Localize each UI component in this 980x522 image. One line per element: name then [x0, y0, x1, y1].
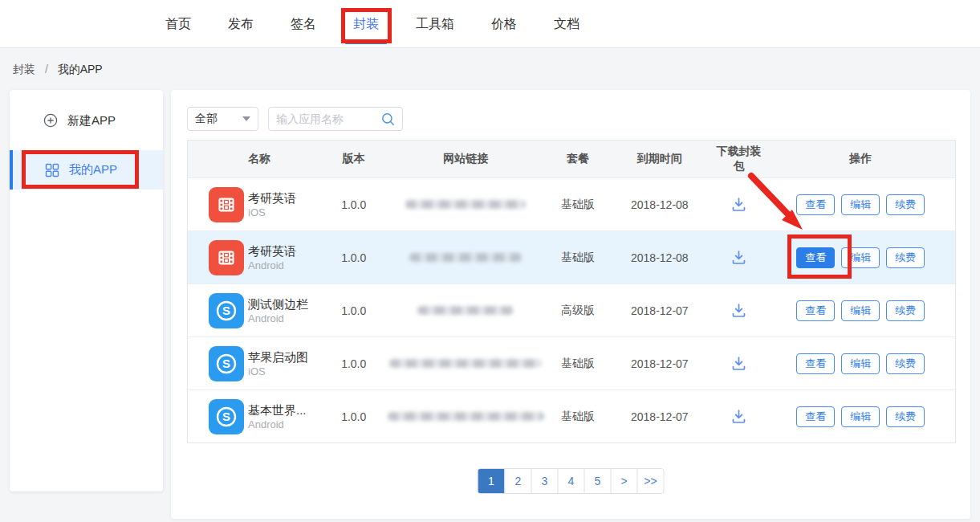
app-icon: [209, 187, 244, 222]
table-row[interactable]: S 测试侧边栏 Android 1.0.0 高级版 2018-12-07 查看 …: [188, 283, 955, 336]
app-icon: S: [209, 293, 244, 328]
nav-item-docs[interactable]: 文档: [554, 16, 579, 33]
breadcrumb-current: 我的APP: [58, 63, 103, 75]
download-package-button[interactable]: [729, 300, 749, 320]
app-name: 考研英语: [248, 190, 296, 206]
nav-item-toolbox[interactable]: 工具箱: [416, 16, 454, 33]
view-button[interactable]: 查看: [796, 353, 835, 374]
header-plan: 套餐: [548, 152, 608, 166]
renew-button[interactable]: 续费: [886, 406, 925, 427]
page-button-2[interactable]: 2: [505, 469, 531, 493]
edit-button[interactable]: 编辑: [841, 194, 880, 215]
table-row[interactable]: 考研英语 iOS 1.0.0 基础版 2018-12-08 查看 编辑 续费: [188, 177, 955, 230]
nav-item-sign[interactable]: 签名: [291, 16, 316, 33]
app-platform: iOS: [248, 206, 266, 219]
top-navbar: 首页 发布 签名 封装 工具箱 价格 文档: [0, 0, 980, 48]
page-button-1[interactable]: 1: [478, 469, 505, 493]
svg-text:S: S: [222, 357, 230, 370]
chevron-down-icon: [242, 116, 250, 121]
nav-item-publish[interactable]: 发布: [228, 16, 254, 33]
download-package-button[interactable]: [729, 406, 749, 426]
app-expiry-date: 2018-12-08: [608, 198, 712, 211]
header-name: 名称: [244, 152, 324, 166]
sidebar-new-app-label: 新建APP: [67, 113, 116, 128]
sidebar: 新建APP 我的APP: [10, 90, 163, 491]
page-button-5[interactable]: 5: [584, 469, 611, 493]
edit-button[interactable]: 编辑: [841, 300, 880, 321]
download-tray-icon: [730, 249, 747, 266]
renew-button[interactable]: 续费: [886, 247, 925, 268]
edit-button[interactable]: 编辑: [841, 247, 880, 268]
website-link-blurred: [417, 306, 514, 315]
view-button[interactable]: 查看: [796, 247, 835, 268]
app-platform: iOS: [248, 365, 266, 378]
website-link-blurred: [388, 412, 544, 421]
view-button[interactable]: 查看: [796, 300, 835, 321]
website-link-blurred: [409, 253, 522, 262]
edit-button[interactable]: 编辑: [841, 406, 880, 427]
sidebar-item-my-app[interactable]: 我的APP: [10, 150, 163, 190]
view-button[interactable]: 查看: [796, 194, 835, 215]
view-button[interactable]: 查看: [796, 406, 835, 427]
nav-item-home[interactable]: 首页: [165, 16, 191, 33]
plus-circle-icon: [43, 113, 58, 128]
download-tray-icon: [730, 408, 747, 425]
download-package-button[interactable]: [729, 247, 749, 267]
svg-text:S: S: [222, 410, 230, 423]
renew-button[interactable]: 续费: [886, 300, 925, 321]
edit-button[interactable]: 编辑: [841, 353, 880, 374]
header-download: 下载封装包: [712, 145, 767, 173]
pagination: 1 2 3 4 5 > >>: [478, 468, 665, 494]
website-link-blurred: [405, 200, 526, 209]
table-row[interactable]: S 基本世界... Android 1.0.0 基础版 2018-12-07 查…: [188, 389, 955, 442]
app-version: 1.0.0: [324, 198, 384, 211]
category-select[interactable]: 全部: [187, 107, 258, 131]
sidebar-item-new-app[interactable]: 新建APP: [10, 104, 163, 137]
app-platform: Android: [248, 312, 284, 325]
app-plan: 基础版: [548, 251, 608, 265]
app-plan: 高级版: [548, 304, 608, 318]
app-version: 1.0.0: [324, 410, 384, 423]
app-expiry-date: 2018-12-07: [608, 410, 712, 423]
download-tray-icon: [730, 196, 747, 213]
app-platform: Android: [248, 259, 284, 272]
renew-button[interactable]: 续费: [886, 194, 925, 215]
header-version: 版本: [324, 152, 384, 166]
breadcrumb-parent[interactable]: 封装: [13, 63, 35, 75]
sidebar-my-app-label: 我的APP: [69, 162, 117, 177]
app-icon: [209, 240, 244, 275]
search-input[interactable]: [276, 112, 381, 125]
search-icon[interactable]: [381, 112, 395, 126]
app-version: 1.0.0: [324, 304, 384, 317]
page-button-3[interactable]: 3: [531, 469, 558, 493]
page-last-button[interactable]: >>: [637, 469, 664, 493]
app-name: 测试侧边栏: [248, 296, 308, 312]
app-name: 考研英语: [248, 243, 296, 259]
svg-text:S: S: [222, 304, 230, 317]
app-plan: 基础版: [548, 198, 608, 212]
breadcrumb: 封装 / 我的APP: [13, 63, 103, 77]
table-row[interactable]: S 苹果启动图 iOS 1.0.0 基础版 2018-12-07 查看 编辑 续…: [188, 336, 955, 389]
nav-item-package-label: 封装: [353, 17, 379, 31]
page-next-button[interactable]: >: [611, 469, 637, 493]
download-package-button[interactable]: [729, 353, 749, 373]
active-tab-indicator: [345, 42, 387, 44]
website-link-blurred: [389, 359, 542, 368]
app-platform: Android: [248, 418, 284, 431]
header-expiry: 到期时间: [608, 152, 712, 166]
app-name: 苹果启动图: [248, 349, 308, 365]
header-actions: 操作: [767, 152, 955, 166]
app-expiry-date: 2018-12-08: [608, 251, 712, 264]
nav-item-package[interactable]: 封装: [353, 16, 379, 33]
nav-item-price[interactable]: 价格: [491, 16, 517, 33]
app-plan: 基础版: [548, 410, 608, 424]
apps-table: 名称 版本 网站链接 套餐 到期时间 下载封装包 操作 考研英语 iOS 1.0…: [187, 140, 956, 443]
search-box: [268, 107, 403, 131]
download-package-button[interactable]: [729, 194, 749, 214]
app-expiry-date: 2018-12-07: [608, 304, 712, 317]
page-button-4[interactable]: 4: [558, 469, 584, 493]
category-select-value: 全部: [195, 112, 242, 126]
renew-button[interactable]: 续费: [886, 353, 925, 374]
table-row[interactable]: 考研英语 Android 1.0.0 基础版 2018-12-08 查看 编辑 …: [188, 230, 955, 283]
download-tray-icon: [730, 302, 747, 319]
